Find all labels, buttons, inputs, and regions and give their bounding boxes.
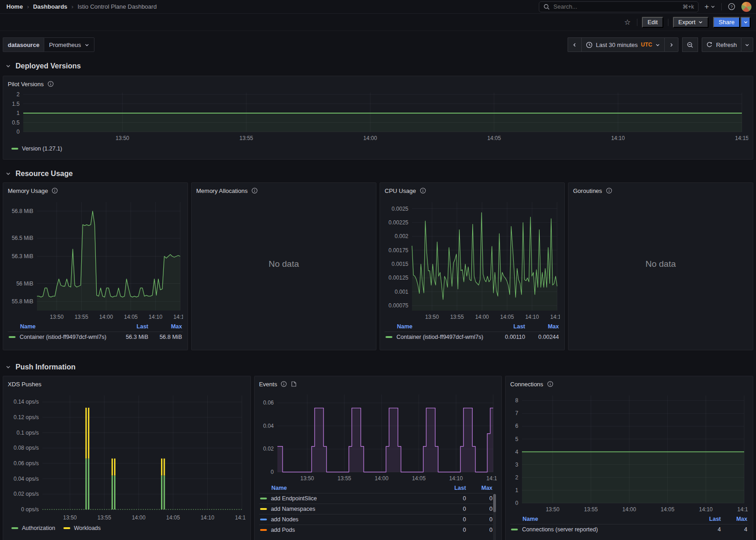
svg-text:0.04 ops/s: 0.04 ops/s — [14, 476, 39, 482]
legend-row: add EndpointSlice 0 0 — [259, 493, 494, 504]
legend-col-max[interactable]: Max — [721, 516, 747, 522]
search-field[interactable] — [553, 3, 679, 10]
panel-memory-usage: Memory Usage 55.8 MiB56 MiB56.3 MiB56.5 … — [3, 182, 188, 350]
series-name[interactable]: Container (istiod-ff9497dcf-wml7s) — [20, 334, 106, 340]
chevron-left-icon — [572, 42, 577, 47]
series-swatch — [260, 498, 267, 499]
datasource-select[interactable]: Prometheus — [44, 37, 94, 52]
panel-title[interactable]: Pilot Versions — [8, 81, 44, 88]
refresh-interval-button[interactable] — [741, 37, 753, 52]
info-icon[interactable] — [547, 381, 553, 387]
user-avatar[interactable] — [741, 2, 751, 12]
svg-text:0: 0 — [516, 500, 519, 506]
series-name[interactable]: add Nodes — [271, 516, 298, 523]
edit-button[interactable]: Edit — [642, 17, 663, 28]
legend-item[interactable]: Workloads — [63, 525, 101, 531]
panel-title[interactable]: XDS Pushes — [8, 381, 42, 388]
svg-text:14:00: 14:00 — [132, 514, 146, 521]
cpu-usage-chart[interactable]: 0.000750.0010.001250.00150.001750.0020.0… — [385, 196, 560, 322]
legend-col-max[interactable]: Max — [466, 485, 492, 491]
legend-col-name[interactable]: Name — [511, 516, 694, 522]
info-icon[interactable] — [251, 187, 258, 194]
events-chart[interactable]: 00.020.040.0613:5013:5514:0014:0514:1014… — [259, 389, 497, 484]
section-deployed-versions[interactable]: Deployed Versions — [5, 60, 753, 72]
info-icon[interactable] — [47, 81, 54, 87]
svg-text:0.00125: 0.00125 — [389, 275, 409, 281]
series-swatch — [260, 519, 267, 520]
panel-cpu-usage: CPU Usage 0.000750.0010.001250.00150.001… — [380, 182, 565, 350]
panel-title[interactable]: CPU Usage — [385, 187, 416, 194]
legend-col-last[interactable]: Last — [694, 516, 721, 522]
time-range-label: Last 30 minutes — [596, 42, 638, 48]
help-button[interactable]: ? — [725, 1, 738, 12]
series-name[interactable]: Container (istiod-ff9497dcf-wml7s) — [396, 334, 483, 340]
share-menu-button[interactable] — [740, 17, 751, 28]
svg-text:0.02 ops/s: 0.02 ops/s — [14, 491, 39, 497]
section-push-information[interactable]: Push Information — [5, 361, 753, 373]
dashboard-canvas: datasource Prometheus Last 30 minutes UT… — [0, 37, 756, 540]
export-button[interactable]: Export — [673, 17, 709, 28]
scrollbar-thumb[interactable] — [493, 494, 496, 512]
toolbar-divider — [637, 19, 637, 26]
search-input[interactable]: ⌘+k — [539, 1, 699, 12]
series-last: 0 — [439, 506, 466, 512]
time-shift-forward-button[interactable] — [664, 37, 678, 52]
xds-pushes-chart[interactable]: 0 ops/s0.02 ops/s0.04 ops/s0.06 ops/s0.0… — [8, 389, 245, 523]
legend-row: Container (istiod-ff9497dcf-wml7s) 56.3 … — [8, 332, 183, 342]
breadcrumb-dashboards[interactable]: Dashboards — [33, 3, 67, 10]
panel-title[interactable]: Memory Usage — [8, 187, 48, 194]
panel-title[interactable]: Events — [259, 381, 277, 388]
breadcrumb-home[interactable]: Home — [6, 3, 23, 10]
legend-item[interactable]: Authorization — [11, 525, 55, 531]
chevron-down-icon — [745, 42, 750, 47]
panel-title[interactable]: Goroutines — [573, 187, 602, 194]
series-max: 0 — [466, 495, 492, 502]
series-name[interactable]: add EndpointSlice — [271, 495, 317, 502]
nav-divider — [721, 3, 722, 10]
series-name[interactable]: Connections (server reported) — [522, 526, 598, 533]
info-icon[interactable] — [52, 187, 58, 194]
memory-usage-chart[interactable]: 55.8 MiB56 MiB56.3 MiB56.5 MiB56.8 MiB13… — [8, 196, 183, 322]
info-icon[interactable] — [281, 381, 287, 387]
panel-description-icon[interactable] — [291, 381, 297, 387]
zoom-out-button[interactable] — [682, 37, 698, 52]
xds-legend: Authorization Workloads — [8, 523, 246, 531]
legend-header: Name Last Max — [8, 322, 183, 332]
star-icon[interactable]: ☆ — [622, 18, 632, 27]
series-name[interactable]: add Namespaces — [271, 506, 315, 512]
legend-col-last[interactable]: Last — [439, 485, 466, 491]
pilot-versions-chart[interactable]: 00.511.5213:5013:5514:0014:0514:1014:15 — [8, 89, 748, 144]
legend-label: Workloads — [74, 525, 101, 531]
legend-col-last[interactable]: Last — [491, 323, 525, 330]
panel-title[interactable]: Memory Allocations — [196, 187, 248, 194]
series-name[interactable]: add Pods — [271, 527, 295, 533]
legend-col-name[interactable]: Name — [9, 323, 115, 330]
connections-chart[interactable]: 01234567813:5013:5514:0014:0514:1014:15 — [510, 389, 748, 515]
chevron-down-icon — [710, 4, 715, 9]
add-new-button[interactable]: + — [702, 1, 718, 12]
info-icon[interactable] — [420, 187, 426, 194]
share-button[interactable]: Share — [713, 17, 740, 28]
section-resource-usage[interactable]: Resource Usage — [5, 168, 753, 180]
time-range-picker[interactable]: Last 30 minutes UTC — [581, 37, 664, 52]
time-shift-back-button[interactable] — [568, 37, 581, 52]
plus-icon: + — [704, 3, 709, 10]
legend-col-max[interactable]: Max — [148, 323, 182, 330]
series-last: 0 — [439, 516, 466, 523]
svg-text:14:10: 14:10 — [149, 314, 162, 320]
svg-text:14:00: 14:00 — [475, 314, 489, 320]
legend-col-name[interactable]: Name — [386, 323, 491, 330]
refresh-button[interactable]: Refresh — [702, 37, 741, 52]
info-icon[interactable] — [606, 187, 612, 194]
legend-col-max[interactable]: Max — [525, 323, 559, 330]
legend-col-name[interactable]: Name — [260, 485, 440, 491]
series-last: 0.00110 — [491, 334, 525, 340]
legend-col-last[interactable]: Last — [115, 323, 148, 330]
legend-item[interactable]: Version (1.27.1) — [11, 145, 62, 152]
svg-text:13:55: 13:55 — [337, 475, 351, 482]
section-title: Push Information — [16, 363, 76, 371]
timezone-label: UTC — [641, 42, 652, 48]
panel-title[interactable]: Connections — [510, 381, 543, 388]
legend-row: add Nodes 0 0 — [259, 514, 494, 524]
zoom-out-icon — [687, 42, 693, 48]
